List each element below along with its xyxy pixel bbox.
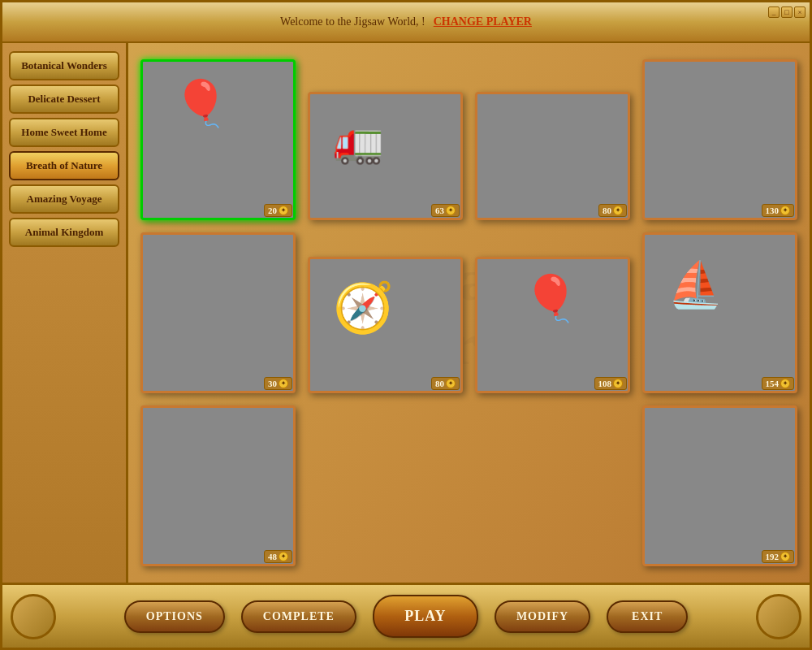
- puzzle-card-3[interactable]: 80 ✦: [475, 92, 630, 220]
- exit-button[interactable]: EXIT: [607, 600, 688, 633]
- puzzle-card-6[interactable]: 80 ✦: [308, 257, 463, 393]
- modify-button[interactable]: MODIFY: [495, 600, 590, 633]
- sidebar-item-breath-of-nature[interactable]: Breath of Nature: [9, 151, 119, 180]
- puzzle-grid: 20 ✦ 63 ✦ 80 ✦: [128, 43, 810, 583]
- options-button[interactable]: OPTIONS: [124, 600, 225, 633]
- piece-count-3: 80 ✦: [598, 204, 627, 217]
- piece-count-8: 154 ✦: [762, 377, 795, 390]
- puzzle-piece-icon-2: ✦: [446, 206, 456, 215]
- sidebar: Botanical Wonders Delicate Dessert Home …: [2, 43, 128, 583]
- puzzle-card-9[interactable]: 48 ✦: [140, 405, 296, 566]
- puzzle-image-7: [475, 257, 630, 393]
- window-controls: _ □ ×: [768, 6, 806, 18]
- puzzle-card-8[interactable]: 154 ✦: [642, 232, 797, 393]
- puzzle-image-3: [475, 92, 630, 220]
- puzzle-piece-icon-9: ✦: [279, 552, 288, 561]
- puzzle-image-8: [642, 232, 797, 393]
- puzzle-card-5[interactable]: 30 ✦: [140, 232, 296, 393]
- title-bar: Welcome to the Jigsaw World, ! CHANGE PL…: [2, 2, 810, 43]
- puzzle-image-5: [140, 232, 296, 393]
- puzzle-image-10: [642, 405, 797, 566]
- puzzle-image-6: [308, 257, 463, 393]
- piece-count-4: 130 ✦: [762, 204, 795, 217]
- puzzle-piece-icon-4: ✦: [780, 206, 790, 215]
- maximize-button[interactable]: □: [781, 6, 793, 18]
- piece-count-2: 63 ✦: [431, 204, 460, 217]
- piece-count-5: 30 ✦: [264, 377, 292, 390]
- puzzle-card-4[interactable]: 130 ✦: [642, 59, 797, 220]
- sidebar-item-botanical-wonders[interactable]: Botanical Wonders: [9, 51, 119, 80]
- puzzle-card-7[interactable]: 108 ✦: [475, 257, 630, 393]
- puzzle-card-10[interactable]: 192 ✦: [642, 405, 797, 566]
- piece-count-7: 108 ✦: [594, 377, 628, 390]
- puzzle-piece-icon-3: ✦: [613, 206, 623, 215]
- piece-count-10: 192 ✦: [762, 550, 795, 563]
- sidebar-item-amazing-voyage[interactable]: Amazing Voyage: [9, 184, 119, 214]
- toolbar: OPTIONS COMPLETE PLAY MODIFY EXIT: [2, 583, 810, 648]
- puzzle-piece-icon-7: ✦: [613, 379, 623, 388]
- minimize-button[interactable]: _: [768, 6, 780, 18]
- puzzle-image-4: [642, 59, 797, 220]
- app-window: Welcome to the Jigsaw World, ! CHANGE PL…: [0, 0, 812, 650]
- close-button[interactable]: ×: [794, 6, 806, 18]
- sidebar-item-delicate-dessert[interactable]: Delicate Dessert: [9, 84, 119, 114]
- puzzle-card-1[interactable]: 20 ✦: [140, 59, 296, 220]
- main-content: Jigsaw World Botanical Wonders Delicate …: [2, 43, 810, 583]
- play-button[interactable]: PLAY: [373, 595, 478, 638]
- puzzle-piece-icon-1: ✦: [279, 206, 288, 215]
- puzzle-piece-icon-10: ✦: [780, 552, 790, 561]
- sidebar-item-home-sweet-home[interactable]: Home Sweet Home: [9, 118, 119, 147]
- puzzle-piece-icon-6: ✦: [446, 379, 456, 388]
- change-player-link[interactable]: CHANGE PLAYER: [434, 15, 532, 28]
- puzzle-image-2: [308, 92, 463, 220]
- piece-count-1: 20 ✦: [264, 204, 292, 217]
- puzzle-piece-icon-5: ✦: [279, 379, 288, 388]
- piece-count-6: 80 ✦: [431, 377, 460, 390]
- sidebar-item-animal-kingdom[interactable]: Animal Kingdom: [9, 218, 119, 247]
- complete-button[interactable]: COMPLETE: [241, 600, 356, 633]
- puzzle-image-9: [140, 405, 296, 566]
- welcome-text: Welcome to the Jigsaw World, !: [280, 15, 425, 28]
- puzzle-piece-icon-8: ✦: [780, 379, 790, 388]
- puzzle-image-1: [140, 59, 296, 220]
- puzzle-card-2[interactable]: 63 ✦: [308, 92, 463, 220]
- piece-count-9: 48 ✦: [264, 550, 292, 563]
